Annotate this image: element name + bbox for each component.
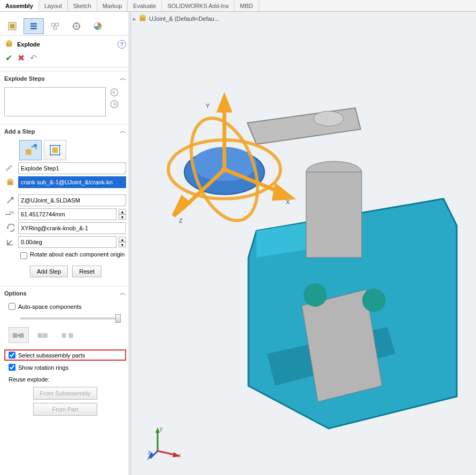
command-manager-tabs: Assembly Layout Sketch Markup Evaluate S… <box>0 0 476 12</box>
svg-rect-7 <box>53 27 57 30</box>
tab-addins[interactable]: SOLIDWORKS Add-Ins <box>162 0 235 11</box>
reset-button[interactable]: Reset <box>72 266 102 277</box>
from-subassembly-button: From Subassembly <box>33 387 97 400</box>
svg-point-17 <box>50 145 51 146</box>
bbox-gap-icon[interactable] <box>58 327 78 343</box>
feature-manager-tab[interactable] <box>2 18 22 34</box>
distance-spinner[interactable]: ▲▼ <box>119 209 126 220</box>
svg-text:Z: Z <box>179 217 183 224</box>
svg-rect-15 <box>26 149 32 155</box>
ok-button[interactable]: ✔ <box>5 53 12 63</box>
svg-text:z: z <box>148 449 151 455</box>
svg-rect-4 <box>30 28 37 29</box>
svg-point-13 <box>111 89 118 96</box>
svg-text:X: X <box>286 199 290 205</box>
help-icon[interactable]: ? <box>118 40 126 49</box>
configuration-manager-tab[interactable] <box>45 18 65 34</box>
svg-point-20 <box>59 154 60 155</box>
direction-input[interactable] <box>18 194 126 206</box>
translate-step-toggle[interactable] <box>19 140 42 160</box>
feature-title: Explode <box>17 41 114 48</box>
display-manager-tab[interactable] <box>88 18 108 34</box>
view-triad[interactable]: y x z <box>147 424 184 462</box>
angle-spinner[interactable]: ▲▼ <box>119 237 126 247</box>
svg-rect-30 <box>69 333 73 338</box>
bbox-touch-icon[interactable] <box>33 327 53 343</box>
tab-markup[interactable]: Markup <box>97 0 128 11</box>
select-subassembly-highlight: Select subassembly parts <box>4 349 126 361</box>
svg-rect-33 <box>306 172 362 258</box>
tab-sketch[interactable]: Sketch <box>68 0 97 11</box>
undo-button[interactable]: ↶ <box>30 53 37 63</box>
distance-input[interactable] <box>18 208 116 220</box>
svg-rect-28 <box>43 333 48 338</box>
explode-icon <box>4 39 14 50</box>
ring-icon <box>4 224 16 232</box>
graphics-viewport[interactable]: ▸ UJoint_& (Default<Defau... <box>131 12 476 475</box>
svg-rect-16 <box>52 147 58 153</box>
svg-text:y: y <box>160 425 163 432</box>
from-part-button: From Part <box>33 403 97 416</box>
add-step-button[interactable]: Add Step <box>30 266 68 277</box>
auto-space-checkbox[interactable] <box>9 303 15 310</box>
rewind-icon[interactable] <box>109 87 120 98</box>
svg-point-14 <box>111 100 118 108</box>
svg-rect-25 <box>19 333 24 338</box>
angle-input[interactable] <box>18 236 116 248</box>
svg-rect-24 <box>13 333 18 338</box>
step-name-icon <box>4 164 16 173</box>
show-rotation-rings-checkbox[interactable] <box>9 364 15 371</box>
rotation-axis-input[interactable] <box>18 222 126 234</box>
select-subassembly-checkbox[interactable] <box>9 352 15 359</box>
select-subassembly-label: Select subassembly parts <box>18 352 85 359</box>
chevron-up-icon: ︿ <box>120 74 126 83</box>
rotate-about-origin-checkbox[interactable] <box>20 252 27 259</box>
svg-point-19 <box>50 154 51 155</box>
cancel-button[interactable]: ✖ <box>18 53 25 63</box>
distance-icon: ⟷D1 <box>4 210 16 219</box>
reuse-explode-label: Reuse explode: <box>4 374 126 383</box>
property-manager-panel: Explode ? ✔ ✖ ↶ Explode Steps ︿ <box>0 12 131 475</box>
model-render: Y X Z <box>131 12 476 475</box>
section-options-header[interactable]: Options ︿ <box>0 286 130 300</box>
component-selection-input[interactable] <box>18 176 126 188</box>
svg-text:x: x <box>178 452 181 458</box>
spacing-slider[interactable] <box>20 317 121 320</box>
svg-rect-2 <box>30 23 37 25</box>
auto-space-label: Auto-space components <box>18 303 82 310</box>
chevron-up-icon: ︿ <box>120 127 126 136</box>
confirm-row: ✔ ✖ ↶ <box>0 51 130 68</box>
step-name-input[interactable] <box>18 162 126 174</box>
feature-title-row: Explode ? <box>0 36 130 51</box>
manager-tabs <box>0 17 130 36</box>
svg-rect-1 <box>10 24 15 29</box>
svg-rect-27 <box>38 333 43 338</box>
section-add-step-header[interactable]: Add a Step ︿ <box>0 124 130 138</box>
dimxpert-manager-tab[interactable] <box>66 18 87 34</box>
svg-rect-5 <box>51 24 54 26</box>
svg-rect-3 <box>30 26 37 27</box>
svg-point-35 <box>362 289 386 312</box>
svg-rect-6 <box>56 24 59 26</box>
forward-icon[interactable] <box>109 99 120 110</box>
rotate-step-toggle[interactable] <box>44 140 66 160</box>
chevron-up-icon: ︿ <box>120 289 126 298</box>
svg-point-34 <box>303 283 327 307</box>
direction-icon <box>4 196 16 205</box>
rotate-about-origin-label: Rotate about each component origin <box>30 251 124 258</box>
angle-icon <box>4 238 16 246</box>
property-manager-tab[interactable] <box>24 18 44 34</box>
svg-point-18 <box>59 145 60 146</box>
svg-rect-26 <box>18 334 19 336</box>
component-icon <box>4 178 16 186</box>
section-explode-steps-header[interactable]: Explode Steps ︿ <box>0 71 130 85</box>
tab-layout[interactable]: Layout <box>39 0 68 11</box>
tab-evaluate[interactable]: Evaluate <box>128 0 162 11</box>
svg-rect-29 <box>62 333 66 338</box>
svg-point-36 <box>314 111 344 126</box>
svg-text:D1: D1 <box>10 211 14 214</box>
tab-mbd[interactable]: MBD <box>235 0 259 11</box>
explode-steps-list[interactable] <box>4 87 106 116</box>
tab-assembly[interactable]: Assembly <box>0 0 39 11</box>
bbox-center-icon[interactable] <box>9 327 29 343</box>
